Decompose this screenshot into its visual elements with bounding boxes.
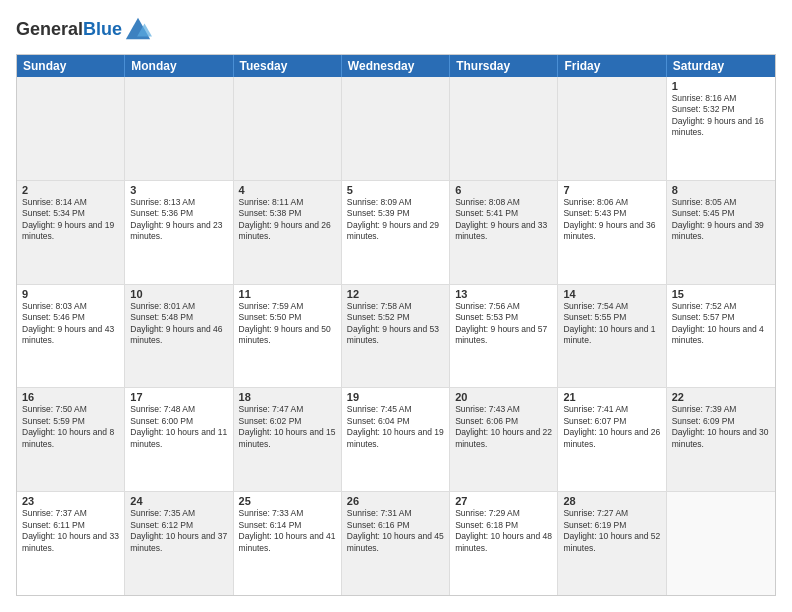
day-detail: Sunrise: 7:47 AM Sunset: 6:02 PM Dayligh…: [239, 404, 336, 450]
calendar-row: 9Sunrise: 8:03 AM Sunset: 5:46 PM Daylig…: [17, 285, 775, 389]
day-number: 4: [239, 184, 336, 196]
calendar-row: 1Sunrise: 8:16 AM Sunset: 5:32 PM Daylig…: [17, 77, 775, 181]
logo: GeneralBlue: [16, 16, 152, 44]
day-detail: Sunrise: 7:41 AM Sunset: 6:07 PM Dayligh…: [563, 404, 660, 450]
calendar-cell: 18Sunrise: 7:47 AM Sunset: 6:02 PM Dayli…: [234, 388, 342, 491]
day-number: 14: [563, 288, 660, 300]
calendar-cell: 27Sunrise: 7:29 AM Sunset: 6:18 PM Dayli…: [450, 492, 558, 595]
day-number: 23: [22, 495, 119, 507]
page: GeneralBlue SundayMondayTuesdayWednesday…: [0, 0, 792, 612]
day-number: 10: [130, 288, 227, 300]
day-detail: Sunrise: 7:31 AM Sunset: 6:16 PM Dayligh…: [347, 508, 444, 554]
day-number: 28: [563, 495, 660, 507]
day-number: 2: [22, 184, 119, 196]
calendar-cell: [234, 77, 342, 180]
day-detail: Sunrise: 7:37 AM Sunset: 6:11 PM Dayligh…: [22, 508, 119, 554]
calendar-cell: [342, 77, 450, 180]
calendar-row: 16Sunrise: 7:50 AM Sunset: 5:59 PM Dayli…: [17, 388, 775, 492]
weekday-header: Wednesday: [342, 55, 450, 77]
day-detail: Sunrise: 7:58 AM Sunset: 5:52 PM Dayligh…: [347, 301, 444, 347]
weekday-header: Thursday: [450, 55, 558, 77]
calendar-cell: 20Sunrise: 7:43 AM Sunset: 6:06 PM Dayli…: [450, 388, 558, 491]
calendar-cell: 11Sunrise: 7:59 AM Sunset: 5:50 PM Dayli…: [234, 285, 342, 388]
calendar-cell: 23Sunrise: 7:37 AM Sunset: 6:11 PM Dayli…: [17, 492, 125, 595]
calendar-cell: 17Sunrise: 7:48 AM Sunset: 6:00 PM Dayli…: [125, 388, 233, 491]
calendar-cell: 10Sunrise: 8:01 AM Sunset: 5:48 PM Dayli…: [125, 285, 233, 388]
day-detail: Sunrise: 7:54 AM Sunset: 5:55 PM Dayligh…: [563, 301, 660, 347]
day-number: 6: [455, 184, 552, 196]
day-detail: Sunrise: 7:27 AM Sunset: 6:19 PM Dayligh…: [563, 508, 660, 554]
day-detail: Sunrise: 8:11 AM Sunset: 5:38 PM Dayligh…: [239, 197, 336, 243]
calendar-cell: 3Sunrise: 8:13 AM Sunset: 5:36 PM Daylig…: [125, 181, 233, 284]
calendar-cell: 6Sunrise: 8:08 AM Sunset: 5:41 PM Daylig…: [450, 181, 558, 284]
weekday-header: Friday: [558, 55, 666, 77]
day-number: 5: [347, 184, 444, 196]
day-detail: Sunrise: 7:43 AM Sunset: 6:06 PM Dayligh…: [455, 404, 552, 450]
day-number: 24: [130, 495, 227, 507]
day-number: 22: [672, 391, 770, 403]
day-number: 7: [563, 184, 660, 196]
header: GeneralBlue: [16, 16, 776, 44]
day-number: 27: [455, 495, 552, 507]
calendar-header: SundayMondayTuesdayWednesdayThursdayFrid…: [17, 55, 775, 77]
day-number: 3: [130, 184, 227, 196]
calendar-row: 2Sunrise: 8:14 AM Sunset: 5:34 PM Daylig…: [17, 181, 775, 285]
day-detail: Sunrise: 7:48 AM Sunset: 6:00 PM Dayligh…: [130, 404, 227, 450]
day-number: 12: [347, 288, 444, 300]
day-detail: Sunrise: 8:03 AM Sunset: 5:46 PM Dayligh…: [22, 301, 119, 347]
day-number: 8: [672, 184, 770, 196]
calendar-cell: [558, 77, 666, 180]
day-number: 15: [672, 288, 770, 300]
calendar-cell: 22Sunrise: 7:39 AM Sunset: 6:09 PM Dayli…: [667, 388, 775, 491]
calendar: SundayMondayTuesdayWednesdayThursdayFrid…: [16, 54, 776, 596]
calendar-cell: 13Sunrise: 7:56 AM Sunset: 5:53 PM Dayli…: [450, 285, 558, 388]
day-detail: Sunrise: 7:56 AM Sunset: 5:53 PM Dayligh…: [455, 301, 552, 347]
weekday-header: Saturday: [667, 55, 775, 77]
calendar-cell: 5Sunrise: 8:09 AM Sunset: 5:39 PM Daylig…: [342, 181, 450, 284]
calendar-cell: 24Sunrise: 7:35 AM Sunset: 6:12 PM Dayli…: [125, 492, 233, 595]
calendar-cell: 8Sunrise: 8:05 AM Sunset: 5:45 PM Daylig…: [667, 181, 775, 284]
calendar-cell: 7Sunrise: 8:06 AM Sunset: 5:43 PM Daylig…: [558, 181, 666, 284]
day-detail: Sunrise: 7:52 AM Sunset: 5:57 PM Dayligh…: [672, 301, 770, 347]
day-detail: Sunrise: 8:13 AM Sunset: 5:36 PM Dayligh…: [130, 197, 227, 243]
calendar-cell: 14Sunrise: 7:54 AM Sunset: 5:55 PM Dayli…: [558, 285, 666, 388]
day-detail: Sunrise: 8:16 AM Sunset: 5:32 PM Dayligh…: [672, 93, 770, 139]
day-detail: Sunrise: 8:06 AM Sunset: 5:43 PM Dayligh…: [563, 197, 660, 243]
logo-icon: [124, 16, 152, 44]
calendar-cell: 25Sunrise: 7:33 AM Sunset: 6:14 PM Dayli…: [234, 492, 342, 595]
weekday-header: Sunday: [17, 55, 125, 77]
day-number: 20: [455, 391, 552, 403]
day-detail: Sunrise: 7:29 AM Sunset: 6:18 PM Dayligh…: [455, 508, 552, 554]
day-detail: Sunrise: 8:01 AM Sunset: 5:48 PM Dayligh…: [130, 301, 227, 347]
day-detail: Sunrise: 7:35 AM Sunset: 6:12 PM Dayligh…: [130, 508, 227, 554]
day-number: 21: [563, 391, 660, 403]
calendar-cell: [450, 77, 558, 180]
day-detail: Sunrise: 7:45 AM Sunset: 6:04 PM Dayligh…: [347, 404, 444, 450]
logo-text: GeneralBlue: [16, 20, 122, 40]
calendar-cell: 2Sunrise: 8:14 AM Sunset: 5:34 PM Daylig…: [17, 181, 125, 284]
calendar-cell: 15Sunrise: 7:52 AM Sunset: 5:57 PM Dayli…: [667, 285, 775, 388]
weekday-header: Monday: [125, 55, 233, 77]
calendar-cell: 4Sunrise: 8:11 AM Sunset: 5:38 PM Daylig…: [234, 181, 342, 284]
day-number: 9: [22, 288, 119, 300]
day-detail: Sunrise: 7:39 AM Sunset: 6:09 PM Dayligh…: [672, 404, 770, 450]
calendar-cell: 19Sunrise: 7:45 AM Sunset: 6:04 PM Dayli…: [342, 388, 450, 491]
calendar-cell: 28Sunrise: 7:27 AM Sunset: 6:19 PM Dayli…: [558, 492, 666, 595]
calendar-cell: 9Sunrise: 8:03 AM Sunset: 5:46 PM Daylig…: [17, 285, 125, 388]
calendar-body: 1Sunrise: 8:16 AM Sunset: 5:32 PM Daylig…: [17, 77, 775, 595]
calendar-cell: [667, 492, 775, 595]
day-detail: Sunrise: 8:09 AM Sunset: 5:39 PM Dayligh…: [347, 197, 444, 243]
day-number: 18: [239, 391, 336, 403]
calendar-cell: [125, 77, 233, 180]
day-detail: Sunrise: 8:08 AM Sunset: 5:41 PM Dayligh…: [455, 197, 552, 243]
day-detail: Sunrise: 7:50 AM Sunset: 5:59 PM Dayligh…: [22, 404, 119, 450]
calendar-cell: 1Sunrise: 8:16 AM Sunset: 5:32 PM Daylig…: [667, 77, 775, 180]
calendar-row: 23Sunrise: 7:37 AM Sunset: 6:11 PM Dayli…: [17, 492, 775, 595]
day-detail: Sunrise: 8:14 AM Sunset: 5:34 PM Dayligh…: [22, 197, 119, 243]
calendar-cell: 26Sunrise: 7:31 AM Sunset: 6:16 PM Dayli…: [342, 492, 450, 595]
day-number: 1: [672, 80, 770, 92]
calendar-cell: 12Sunrise: 7:58 AM Sunset: 5:52 PM Dayli…: [342, 285, 450, 388]
day-number: 17: [130, 391, 227, 403]
day-number: 19: [347, 391, 444, 403]
day-number: 13: [455, 288, 552, 300]
